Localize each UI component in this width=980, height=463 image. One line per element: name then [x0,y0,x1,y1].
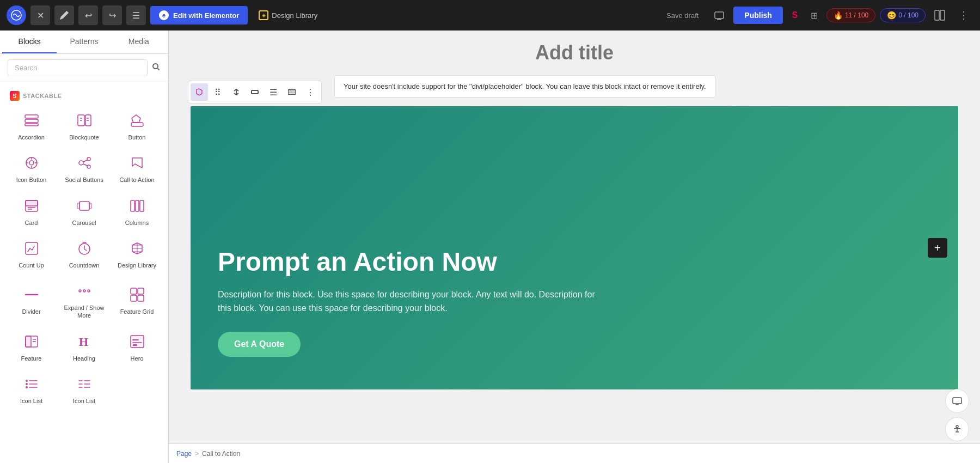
layout-toggle-icon[interactable] [930,5,950,25]
count-up-icon [22,239,41,258]
button-label: Button [128,133,146,141]
save-draft-button[interactable]: Save draft [660,7,705,24]
icon-list-2-icon [75,374,94,394]
block-item-social-buttons[interactable]: Social Buttons [58,148,110,189]
transform-block-button[interactable] [191,83,208,101]
block-item-blockquote[interactable]: Blockquote [58,105,110,147]
responsive-preview-button[interactable] [945,389,969,413]
search-input[interactable] [8,59,148,76]
toolbar-row: ⠿ ☰ ⋮ Your site doesn't include support … [191,75,958,98]
feature-grid-label: Feature Grid [120,308,154,315]
main-layout: Blocks Patterns Media S STACKABLE Acc [0,31,980,463]
blocks-grid: Accordion Blockquote Button [5,105,163,410]
pencil-icon[interactable] [54,5,74,25]
columns-label: Columns [125,219,149,227]
redo-icon[interactable]: ↪ [102,5,122,25]
top-bar: ✕ ↩ ↪ ☰ e Edit with Elementor ◈ Design L… [0,0,980,31]
grid-icon[interactable]: ⊞ [807,8,822,23]
close-icon[interactable]: ✕ [30,5,50,25]
feature-grid-icon [127,285,147,304]
hero-icon [127,332,147,351]
block-item-feature[interactable]: Feature [5,326,57,368]
svg-rect-30 [136,200,139,211]
hero-title: Prompt an Action Now [218,247,599,277]
icon-button-label: Icon Button [16,176,47,184]
justify-button[interactable]: ☰ [265,83,282,101]
svg-point-36 [79,290,81,292]
block-item-columns[interactable]: Columns [111,191,163,232]
hero-description: Description for this block. Use this spa… [218,288,599,315]
block-item-feature-grid[interactable]: Feature Grid [111,276,163,325]
preview-icon[interactable] [709,5,729,25]
page-title-input[interactable] [191,41,958,64]
icon-list-2-label: Icon List [73,397,95,405]
drag-handle-button[interactable]: ⠿ [209,83,226,101]
add-block-button[interactable]: + [928,238,947,258]
block-item-expand-show-more[interactable]: Expand / Show More [58,276,110,325]
score-badge-2[interactable]: 😊 0 / 100 [880,8,926,22]
block-item-divider[interactable]: Divider [5,276,57,325]
hero-cta-button[interactable]: Get A Quote [218,332,301,357]
sketch-icon: ◈ [259,10,268,20]
block-toolbar: ⠿ ☰ ⋮ [188,81,322,103]
block-item-hero[interactable]: Hero [111,326,163,368]
strikingly-icon[interactable]: S [787,8,803,23]
block-item-icon-list-1[interactable]: Icon List [5,369,57,410]
block-notice: Your site doesn't include support for th… [334,75,715,98]
block-item-button[interactable]: Button [111,105,163,147]
countdown-icon [75,239,94,258]
block-item-icon-button[interactable]: Icon Button [5,148,57,189]
block-item-card[interactable]: Card [5,191,57,232]
tab-media[interactable]: Media [112,31,166,53]
content-area: ⠿ ☰ ⋮ Your site doesn't include support … [169,31,980,463]
design-library-block-icon [127,239,147,258]
block-item-design-library[interactable]: Design Library [111,233,163,275]
block-item-count-up[interactable]: Count Up [5,233,57,275]
block-item-call-to-action[interactable]: Call to Action [111,148,163,189]
publish-button[interactable]: Publish [733,7,783,24]
block-item-accordion[interactable]: Accordion [5,105,57,147]
svg-rect-7 [25,124,38,126]
score-badge-1[interactable]: 🔥 11 / 100 [826,8,875,22]
svg-point-18 [87,157,90,161]
divider-label: Divider [22,308,40,315]
breadcrumb-page-link[interactable]: Page [176,450,192,458]
search-bar [0,54,168,82]
wide-button[interactable] [283,83,301,101]
svg-point-37 [83,290,85,292]
undo-icon[interactable]: ↩ [78,5,98,25]
design-library-label: Design Library [118,261,156,269]
block-item-countdown[interactable]: Countdown [58,233,110,275]
svg-rect-5 [25,115,38,118]
list-view-icon[interactable]: ☰ [126,5,146,25]
block-item-carousel[interactable]: Carousel [58,191,110,232]
wordpress-logo[interactable] [7,5,26,25]
svg-point-19 [87,165,90,168]
more-options-button[interactable]: ⋮ [954,5,973,25]
align-button[interactable] [246,83,264,101]
card-label: Card [25,219,38,227]
edit-with-elementor-button[interactable]: e Edit with Elementor [150,6,248,25]
design-library-button[interactable]: ◈ Design Library [252,6,324,25]
call-to-action-label: Call to Action [119,176,154,184]
svg-rect-1 [715,12,724,19]
search-button[interactable] [152,63,161,74]
hero-content: Prompt an Action Now Description for thi… [218,247,599,357]
breadcrumb-current: Call to Action [202,450,240,458]
block-item-icon-list-2[interactable]: Icon List [58,369,110,410]
heading-icon: H [75,332,94,351]
tab-blocks[interactable]: Blocks [2,31,57,53]
sidebar-tabs: Blocks Patterns Media [0,31,168,54]
tab-patterns[interactable]: Patterns [57,31,111,53]
more-block-options-button[interactable]: ⋮ [302,83,319,101]
block-item-heading[interactable]: H Heading [58,326,110,368]
carousel-icon [75,196,94,216]
accessibility-button[interactable] [945,417,969,441]
blockquote-label: Blockquote [69,133,99,141]
svg-point-12 [29,161,34,165]
move-up-down-button[interactable] [228,83,245,101]
svg-point-38 [88,290,90,292]
svg-rect-6 [25,119,38,123]
social-buttons-label: Social Buttons [65,176,103,184]
sidebar: Blocks Patterns Media S STACKABLE Acc [0,31,169,463]
